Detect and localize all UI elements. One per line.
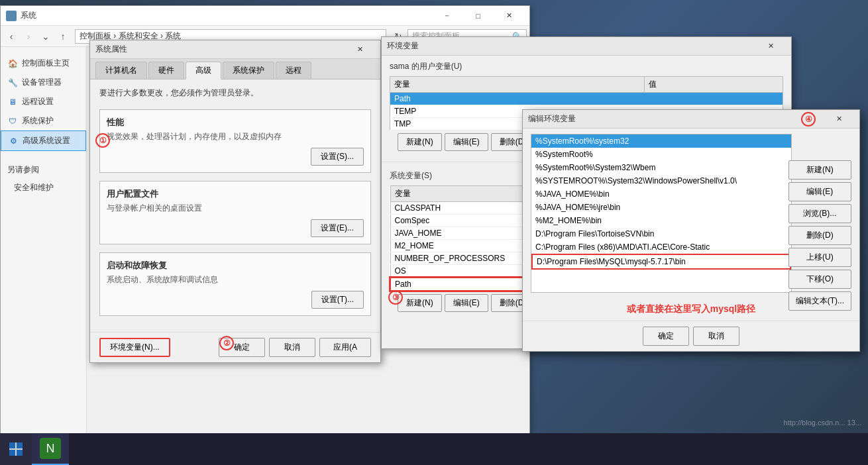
sidebar-advanced-label: 高级系统设置 xyxy=(23,135,70,146)
edit-env-item-amd[interactable]: C:\Program Files (x86)\AMD\ATI.ACE\Core-… xyxy=(531,240,791,254)
sysprops-apply-btn[interactable]: 应用(A xyxy=(319,338,371,357)
edit-env-dialog: 编辑环境变量 ✕ %SystemRoot%\system32 %SystemRo… xyxy=(522,109,860,352)
edit-env-ok-btn[interactable]: 确定 xyxy=(643,327,689,346)
edit-env-item-systemroot[interactable]: %SystemRoot% xyxy=(531,148,791,161)
edit-env-item-tortoisesvn[interactable]: D:\Program Files\TortoiseSVN\bin xyxy=(531,227,791,240)
nav-back-btn[interactable]: ‹ xyxy=(3,28,19,44)
sysprops-cancel-btn[interactable]: 取消 xyxy=(269,338,315,357)
edit-env-item-wbem[interactable]: %SystemRoot%\System32\Wbem xyxy=(531,161,791,174)
envvars-controls: ✕ xyxy=(756,36,786,56)
edit-env-cancel-btn[interactable]: 取消 xyxy=(693,327,739,346)
edit-env-footer: 确定 取消 xyxy=(523,321,859,351)
annotation-circle-4: ④ xyxy=(801,112,816,127)
user-var-path-name: Path xyxy=(390,93,645,105)
protection-icon: 🛡 xyxy=(7,116,18,127)
user-var-new-btn[interactable]: 新建(N) xyxy=(398,133,442,151)
env-vars-btn[interactable]: 环境变量(N)... xyxy=(99,338,170,357)
edit-env-item-m2home-bin[interactable]: %M2_HOME%\bin xyxy=(531,214,791,227)
annotation-circle-2: ② xyxy=(219,336,234,350)
edit-env-list[interactable]: %SystemRoot%\system32 %SystemRoot% %Syst… xyxy=(531,134,792,293)
edit-env-up-btn[interactable]: 上移(U) xyxy=(788,248,851,267)
edit-env-edit-btn[interactable]: 编辑(E) xyxy=(788,182,851,201)
user-var-path-val xyxy=(644,93,783,105)
sidebar-item-advanced[interactable]: ⚙ 高级系统设置 xyxy=(1,130,86,151)
system-sidebar: 🏠 控制面板主页 🔧 设备管理器 🖥 远程设置 🛡 系统保护 ⚙ 高级系统设置 … xyxy=(1,47,87,435)
envvars-title: 环境变量 xyxy=(387,40,756,52)
edit-env-item-mysql[interactable]: D:\Program Files\MySQL\mysql-5.7.17\bin xyxy=(531,254,791,270)
edit-env-item-powershell[interactable]: %SYSTEMROOT%\System32\WindowsPowerShell\… xyxy=(531,174,791,187)
sysprops-controls: ✕ xyxy=(345,40,375,60)
nav-up-btn[interactable]: ↑ xyxy=(55,28,71,44)
home-icon: 🏠 xyxy=(7,58,18,69)
user-vars-label: sama 的用户变量(U) xyxy=(390,61,783,72)
performance-title: 性能 xyxy=(107,117,364,129)
edit-env-browse-btn[interactable]: 浏览(B)... xyxy=(788,204,851,223)
performance-section: 性能 视觉效果，处理器计划，内存使用，以及虚拟内存 设置(S)... xyxy=(99,109,371,173)
user-profiles-settings-btn[interactable]: 设置(E)... xyxy=(311,219,364,237)
sysprops-notice: 要进行大多数更改，您必须作为管理员登录。 xyxy=(99,87,371,99)
sidebar-security-label[interactable]: 安全和维护 xyxy=(7,178,80,197)
tab-remote[interactable]: 远程 xyxy=(276,62,311,79)
annotation-circle-3: ③ xyxy=(388,290,403,305)
system-maximize-btn[interactable]: □ xyxy=(463,6,493,26)
advanced-icon: ⚙ xyxy=(8,136,19,146)
edit-env-controls: ✕ xyxy=(824,109,854,129)
sidebar-device-manager-label: 设备管理器 xyxy=(22,77,62,88)
sidebar-item-home[interactable]: 🏠 控制面板主页 xyxy=(1,54,86,73)
sys-var-new-btn[interactable]: 新建(N) xyxy=(398,294,442,312)
sysprops-title: 系统属性 xyxy=(95,44,345,55)
system-titlebar: 系统 － □ ✕ xyxy=(1,6,529,26)
notepadpp-icon: N xyxy=(40,438,61,459)
edit-env-down-btn[interactable]: 下移(O) xyxy=(788,270,851,289)
system-minimize-btn[interactable]: － xyxy=(432,6,462,26)
edit-env-delete-btn[interactable]: 删除(D) xyxy=(788,226,851,245)
sysprops-tabs: 计算机名 硬件 高级 系统保护 远程 xyxy=(90,59,380,79)
system-close-btn[interactable]: ✕ xyxy=(494,6,524,26)
startup-desc: 系统启动、系统故障和调试信息 xyxy=(107,274,364,285)
startup-title: 启动和故障恢复 xyxy=(107,260,364,272)
user-profiles-desc: 与登录帐户相关的桌面设置 xyxy=(107,203,364,214)
annotation-circle-1: ① xyxy=(95,133,110,148)
edit-env-item-systemroot32[interactable]: %SystemRoot%\system32 xyxy=(531,134,791,148)
system-window-controls: － □ ✕ xyxy=(432,6,524,26)
startup-recovery-section: 启动和故障恢复 系统启动、系统故障和调试信息 设置(T)... xyxy=(99,252,371,316)
tab-advanced[interactable]: 高级 xyxy=(186,62,221,79)
system-window-icon xyxy=(6,11,17,21)
edit-env-new-btn[interactable]: 新建(N) xyxy=(788,160,851,180)
remote-icon: 🖥 xyxy=(7,97,18,107)
tab-hardware[interactable]: 硬件 xyxy=(148,62,184,79)
watermark: http://blog.csdn.n... 13... xyxy=(784,419,861,427)
edit-env-item-javahome-bin[interactable]: %JAVA_HOME%\bin xyxy=(531,187,791,201)
edit-env-side-buttons: 新建(N) 编辑(E) 浏览(B)... 删除(D) 上移(U) 下移(O) 编… xyxy=(788,160,851,311)
sysprops-close-btn[interactable]: ✕ xyxy=(345,40,375,60)
user-var-edit-btn[interactable]: 编辑(E) xyxy=(445,133,488,151)
sidebar-home-label: 控制面板主页 xyxy=(22,58,70,69)
sidebar-other-label: 另请参阅 xyxy=(7,164,80,176)
nav-forward-btn: › xyxy=(21,28,36,44)
edit-env-item-javahome-jre[interactable]: %JAVA_HOME%\jre\bin xyxy=(531,201,791,214)
performance-desc: 视觉效果，处理器计划，内存使用，以及虚拟内存 xyxy=(107,131,364,142)
sysprops-titlebar: 系统属性 ✕ xyxy=(90,40,380,59)
edit-env-close-btn[interactable]: ✕ xyxy=(824,109,854,129)
sidebar-item-device-manager[interactable]: 🔧 设备管理器 xyxy=(1,73,86,92)
sidebar-remote-label: 远程设置 xyxy=(22,96,54,107)
edit-env-edit-text-btn[interactable]: 编辑文本(T)... xyxy=(788,291,851,311)
edit-env-title: 编辑环境变量 xyxy=(528,113,824,125)
performance-settings-btn[interactable]: 设置(S)... xyxy=(311,148,364,166)
sidebar-item-protection[interactable]: 🛡 系统保护 xyxy=(1,111,86,130)
security-label: 安全和维护 xyxy=(14,182,54,193)
sys-var-edit-btn[interactable]: 编辑(E) xyxy=(445,294,488,312)
start-button[interactable] xyxy=(0,433,32,465)
tab-computer-name[interactable]: 计算机名 xyxy=(95,62,147,79)
tab-system-protection[interactable]: 系统保护 xyxy=(223,62,274,79)
sidebar-item-remote[interactable]: 🖥 远程设置 xyxy=(1,92,86,111)
user-profiles-section: 用户配置文件 与登录帐户相关的桌面设置 设置(E)... xyxy=(99,181,371,244)
nav-recent-btn[interactable]: ⌄ xyxy=(38,28,54,44)
envvars-close-btn[interactable]: ✕ xyxy=(756,36,786,56)
system-properties-dialog: 系统属性 ✕ 计算机名 硬件 高级 系统保护 远程 要进行大多数更改，您必须作为… xyxy=(89,40,381,363)
taskbar-notepadpp[interactable]: N xyxy=(32,433,69,465)
user-var-row-path[interactable]: Path xyxy=(390,93,783,105)
envvars-titlebar: 环境变量 ✕ xyxy=(382,37,791,56)
startup-settings-btn[interactable]: 设置(T)... xyxy=(311,291,364,309)
system-window-title: 系统 xyxy=(21,10,432,21)
